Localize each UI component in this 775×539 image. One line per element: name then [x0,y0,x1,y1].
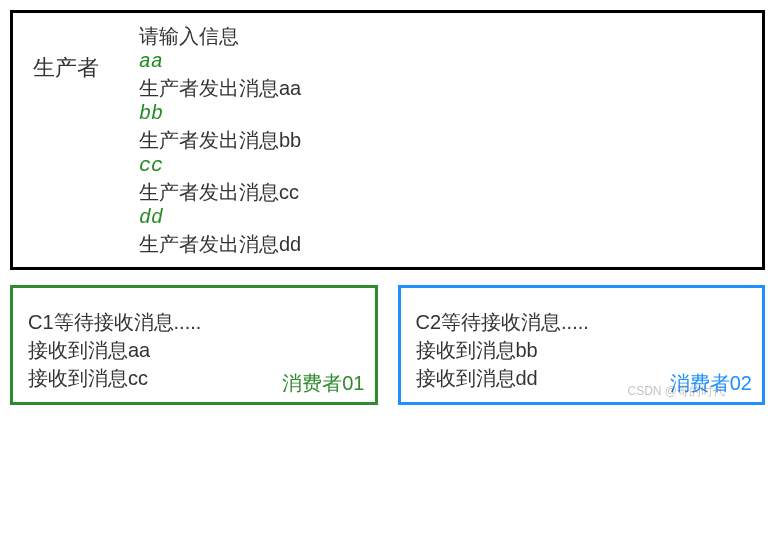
producer-input: dd [139,205,301,231]
producer-output: 生产者发出消息bb [139,127,301,153]
consumer-received: 接收到消息aa [28,336,360,364]
producer-output: 生产者发出消息dd [139,231,301,257]
producer-input: bb [139,101,301,127]
consumer-box-2: C2等待接收消息..... 接收到消息bb 接收到消息dd 消费者02 [398,285,766,405]
producer-content: 请输入信息 aa 生产者发出消息aa bb 生产者发出消息bb cc 生产者发出… [139,23,301,257]
consumer-received: 接收到消息bb [416,336,748,364]
consumer-box-1: C1等待接收消息..... 接收到消息aa 接收到消息cc 消费者01 [10,285,378,405]
producer-input: aa [139,49,301,75]
consumer-wait: C2等待接收消息..... [416,308,748,336]
producer-box: 生产者 请输入信息 aa 生产者发出消息aa bb 生产者发出消息bb cc 生… [10,10,765,270]
consumer-label-1: 消费者01 [282,369,364,397]
consumers-row: C1等待接收消息..... 接收到消息aa 接收到消息cc 消费者01 C2等待… [10,285,765,405]
consumer-wait: C1等待接收消息..... [28,308,360,336]
producer-label: 生产者 [33,53,99,83]
producer-prompt: 请输入信息 [139,23,301,49]
producer-input: cc [139,153,301,179]
consumer-label-2: 消费者02 [670,369,752,397]
producer-output: 生产者发出消息cc [139,179,301,205]
producer-output: 生产者发出消息aa [139,75,301,101]
